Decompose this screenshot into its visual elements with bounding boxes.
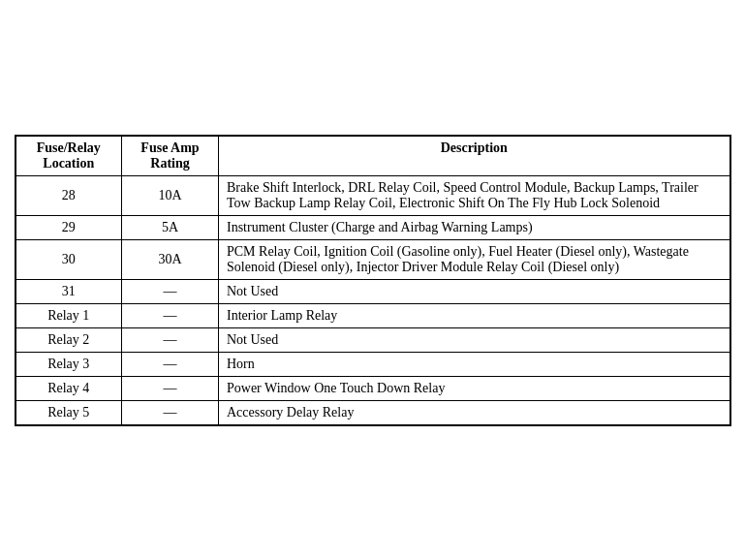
- cell-rating: —: [122, 279, 219, 303]
- cell-rating: —: [122, 352, 219, 376]
- table-row: Relay 5—Accessory Delay Relay: [16, 400, 730, 425]
- cell-rating: —: [122, 327, 219, 352]
- cell-description: Not Used: [219, 327, 730, 352]
- cell-rating: 10A: [122, 175, 219, 215]
- cell-rating: —: [122, 400, 219, 425]
- cell-location: 28: [16, 175, 122, 215]
- cell-rating: —: [122, 376, 219, 400]
- cell-description: Instrument Cluster (Charge and Airbag Wa…: [219, 215, 730, 239]
- table-row: 31—Not Used: [16, 279, 730, 303]
- table-row: Relay 4—Power Window One Touch Down Rela…: [16, 376, 730, 400]
- cell-description: Not Used: [219, 279, 730, 303]
- cell-rating: 30A: [122, 239, 219, 279]
- cell-description: Interior Lamp Relay: [219, 303, 730, 327]
- table-row: 295AInstrument Cluster (Charge and Airba…: [16, 215, 730, 239]
- cell-rating: 5A: [122, 215, 219, 239]
- table-row: 2810ABrake Shift Interlock, DRL Relay Co…: [16, 175, 730, 215]
- cell-description: Power Window One Touch Down Relay: [219, 376, 730, 400]
- table-row: Relay 1—Interior Lamp Relay: [16, 303, 730, 327]
- cell-location: 29: [16, 215, 122, 239]
- table-row: 3030APCM Relay Coil, Ignition Coil (Gaso…: [16, 239, 730, 279]
- cell-location: 30: [16, 239, 122, 279]
- cell-description: Accessory Delay Relay: [219, 400, 730, 425]
- cell-location: Relay 4: [16, 376, 122, 400]
- fuse-relay-table: Fuse/Relay Location Fuse Amp Rating Desc…: [15, 135, 731, 426]
- table-row: Relay 2—Not Used: [16, 327, 730, 352]
- header-location: Fuse/Relay Location: [16, 136, 122, 176]
- cell-description: Horn: [219, 352, 730, 376]
- cell-location: Relay 1: [16, 303, 122, 327]
- table-row: Relay 3—Horn: [16, 352, 730, 376]
- cell-description: Brake Shift Interlock, DRL Relay Coil, S…: [219, 175, 730, 215]
- fuse-relay-table-container: Fuse/Relay Location Fuse Amp Rating Desc…: [15, 135, 731, 426]
- cell-location: 31: [16, 279, 122, 303]
- header-description: Description: [219, 136, 730, 176]
- table-header-row: Fuse/Relay Location Fuse Amp Rating Desc…: [16, 136, 730, 176]
- header-rating: Fuse Amp Rating: [122, 136, 219, 176]
- cell-location: Relay 3: [16, 352, 122, 376]
- cell-location: Relay 5: [16, 400, 122, 425]
- cell-description: PCM Relay Coil, Ignition Coil (Gasoline …: [219, 239, 730, 279]
- cell-location: Relay 2: [16, 327, 122, 352]
- cell-rating: —: [122, 303, 219, 327]
